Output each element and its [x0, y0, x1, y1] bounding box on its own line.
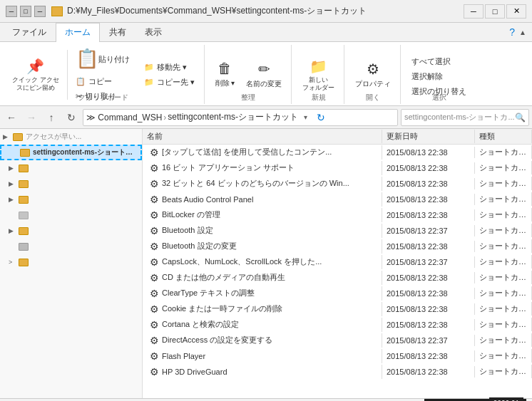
delete-label: 削除 ▾ [215, 78, 235, 88]
rename-icon: ✏ [258, 61, 270, 78]
open-label: 開く [346, 93, 400, 103]
file-row[interactable]: ⚙ BitLocker の管理 2015/08/13 22:38 ショートカット [143, 207, 532, 223]
tree-item-3[interactable]: ▶ [0, 160, 142, 176]
back-button[interactable]: ← [3, 109, 20, 126]
title-bar: ─ □ ─ D:¥My_Files¥Documents¥Command_WSH¥… [0, 0, 532, 23]
file-name-cell: ⚙ 32 ビットと 64 ビットのどちらのバージョンの Win... [143, 177, 382, 191]
file-row[interactable]: ⚙ ClearType テキストの調整 2015/08/13 22:38 ショー… [143, 286, 532, 301]
address-path[interactable]: ≫ Command_WSH › settingcontent-ms-ショートカッ… [83, 109, 398, 126]
properties-button[interactable]: ⚙ プロパティ [350, 58, 396, 91]
file-row[interactable]: ⚙ Cortana と検索の設定 2015/08/13 22:38 ショートカッ… [143, 317, 532, 333]
left-panel: ▶ アクセスが早い... settingcontent-ms-ショートカット ▶… [0, 129, 143, 398]
tree-arrow: ▶ [3, 133, 13, 140]
forward-button[interactable]: → [23, 109, 40, 126]
col-header-date[interactable]: 更新日時 [382, 130, 475, 143]
search-box[interactable]: settingcontent-ms-ショートカ... 🔍 [401, 109, 529, 126]
up-button[interactable]: ↑ [43, 109, 60, 126]
nav-icon1[interactable]: □ [20, 6, 31, 17]
address-dropdown-icon[interactable]: ▾ [298, 113, 312, 121]
tree-item-5[interactable]: ▶ [0, 192, 142, 207]
file-row[interactable]: ⚙ Beats Audio Control Panel 2015/08/13 2… [143, 192, 532, 207]
file-row[interactable]: ⚙ 32 ビットと 64 ビットのどちらのバージョンの Win... 2015/… [143, 176, 532, 192]
file-name: BitLocker の管理 [162, 209, 220, 220]
address-refresh-icon[interactable]: ↻ [317, 112, 325, 123]
tab-view[interactable]: 表示 [135, 23, 171, 41]
file-name-cell: ⚙ CD または他のメディアの自動再生 [143, 271, 382, 285]
folder-icon [19, 212, 29, 219]
file-icon: ⚙ [150, 303, 159, 315]
file-row[interactable]: ⚙ HP 3D DriveGuard 2015/08/13 22:38 ショート… [143, 364, 532, 380]
file-icon: ⚙ [150, 147, 159, 158]
file-date: 2015/08/13 22:38 [382, 303, 475, 315]
deselect-button[interactable]: 選択解除 [406, 70, 448, 83]
deselect-label: 選択解除 [411, 71, 443, 82]
file-date: 2015/08/13 22:38 [382, 366, 475, 377]
file-type: ショートカット [475, 255, 532, 269]
paste-button[interactable]: 📋 貼り付け [71, 46, 135, 73]
tab-share[interactable]: 共有 [100, 23, 135, 41]
ribbon-help-icon[interactable]: ? [509, 26, 515, 38]
main-content: ▶ アクセスが早い... settingcontent-ms-ショートカット ▶… [0, 129, 532, 398]
file-name: Flash Player [162, 352, 205, 360]
file-row[interactable]: ⚙ Flash Player 2015/08/13 22:38 ショートカット [143, 348, 532, 364]
tree-arrow: ▶ [9, 180, 19, 187]
file-date: 2015/08/13 22:38 [382, 319, 475, 330]
file-name: 32 ビットと 64 ビットのどちらのバージョンの Win... [162, 178, 349, 189]
new-folder-label: 新しいフォルダー [302, 76, 334, 92]
file-row[interactable]: ⚙ Cookie または一時ファイルの削除 2015/08/13 22:38 シ… [143, 301, 532, 317]
file-row[interactable]: ⚙ 16 ビット アプリケーション サポート 2015/08/13 22:38 … [143, 160, 532, 176]
ribbon-tabs: ファイル ホーム 共有 表示 ? ▲ [0, 23, 532, 41]
delete-button[interactable]: 🗑 削除 ▾ [210, 58, 240, 90]
col-header-name[interactable]: 名前 [143, 130, 382, 143]
minimize-button[interactable]: ─ [464, 4, 484, 19]
col-header-type[interactable]: 種類 [475, 130, 532, 143]
file-icon: ⚙ [150, 335, 159, 346]
tree-item-6[interactable] [0, 207, 142, 223]
file-row[interactable]: ⚙ [タップして送信] を使用して受信したコンテン... 2015/08/13 … [143, 145, 532, 160]
new-folder-button[interactable]: 📁 新しいフォルダー [297, 56, 339, 94]
tree-item-8[interactable] [0, 239, 142, 254]
maximize-button[interactable]: □ [485, 4, 505, 19]
file-date: 2015/08/13 22:38 [382, 209, 475, 221]
tree-arrow: > [9, 259, 19, 266]
tree-item-9[interactable]: > [0, 254, 142, 270]
file-type: ショートカット [475, 349, 532, 363]
copy-button[interactable]: 📋 コピー [71, 75, 135, 88]
file-type: ショートカット [475, 333, 532, 347]
tab-file[interactable]: ファイル [3, 23, 56, 41]
file-row[interactable]: ⚙ Bluetooth 設定の変更 2015/08/13 22:38 ショートカ… [143, 239, 532, 254]
file-name: Beats Audio Control Panel [162, 195, 253, 204]
new-folder-icon: 📁 [310, 58, 327, 75]
tree-item-selected[interactable]: settingcontent-ms-ショートカット [0, 145, 142, 160]
quick-access-button[interactable]: 📌 クイック アクセスにピン留め [7, 56, 64, 94]
tab-home[interactable]: ホーム [56, 23, 100, 42]
file-row[interactable]: ⚙ CapsLock、NumLock、ScrollLock を押した... 20… [143, 254, 532, 270]
file-name-cell: ⚙ Beats Audio Control Panel [143, 192, 382, 207]
ribbon-collapse-icon[interactable]: ▲ [519, 28, 526, 36]
file-row[interactable]: ⚙ CD または他のメディアの自動再生 2015/08/13 22:38 ショー… [143, 270, 532, 286]
path-part-2: settingcontent-ms-ショートカット [168, 111, 298, 123]
file-row[interactable]: ⚙ Bluetooth 設定 2015/08/13 22:37 ショートカット [143, 223, 532, 239]
file-list-header: 名前 更新日時 種類 [143, 129, 532, 145]
file-name: Cortana と検索の設定 [162, 319, 239, 330]
close-button[interactable]: ✕ [506, 4, 526, 19]
file-name: Cookie または一時ファイルの削除 [162, 303, 282, 314]
path-sep: › [163, 113, 166, 123]
nav-icon2[interactable]: ─ [34, 6, 46, 17]
select-all-button[interactable]: すべて選択 [406, 55, 456, 68]
refresh-button[interactable]: ↻ [63, 109, 80, 126]
file-date: 2015/08/13 22:38 [382, 178, 475, 189]
ribbon-group-clipboard: 📌 クイック アクセスにピン留め 📋 貼り付け 📋 コピー ✂ 切 [3, 45, 205, 104]
right-panel: 名前 更新日時 種類 ⚙ [タップして送信] を使用して受信したコンテン... … [143, 129, 532, 398]
tree-item-4[interactable]: ▶ [0, 176, 142, 192]
tree-item-quick-access[interactable]: ▶ アクセスが早い... [0, 129, 142, 145]
copy-to-button[interactable]: 📁 コピー先 ▾ [139, 75, 200, 89]
organize-label: 整理 [206, 93, 292, 103]
file-row[interactable]: ⚙ DirectAccess の設定を変更する 2015/08/13 22:37… [143, 333, 532, 348]
select-label: 選択 [402, 93, 476, 103]
move-to-button[interactable]: 📁 移動先 ▾ [139, 61, 200, 74]
tree-item-7[interactable]: ▶ [0, 223, 142, 239]
file-name: DirectAccess の設定を変更する [162, 335, 272, 345]
rename-button[interactable]: ✏ 名前の変更 [241, 58, 287, 91]
system-icon[interactable]: ─ [6, 6, 17, 17]
